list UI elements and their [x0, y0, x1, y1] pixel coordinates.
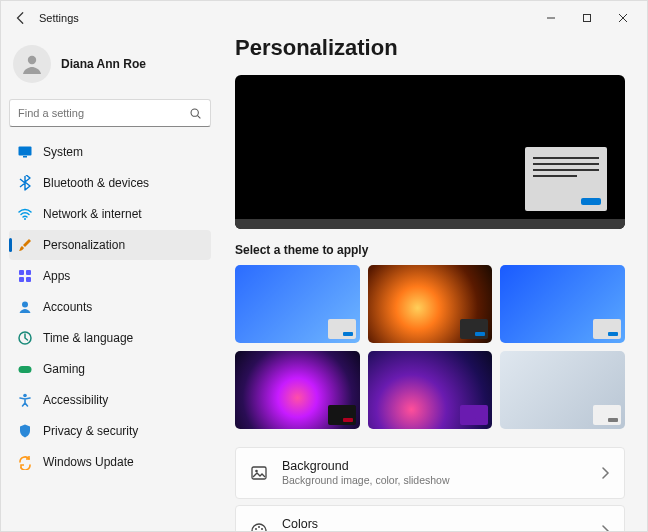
chevron-right-icon [600, 525, 610, 531]
user-icon [17, 299, 33, 315]
svg-point-12 [22, 302, 28, 308]
back-button[interactable] [7, 4, 35, 32]
wifi-icon [17, 206, 33, 222]
svg-point-17 [255, 470, 258, 473]
svg-rect-1 [584, 15, 591, 22]
search-box[interactable] [9, 99, 211, 127]
svg-rect-10 [19, 277, 24, 282]
nav-item-personalization[interactable]: Personalization [9, 230, 211, 260]
svg-rect-9 [26, 270, 31, 275]
nav-item-label: Accessibility [43, 393, 108, 407]
nav-item-label: Personalization [43, 238, 125, 252]
gaming-icon [17, 361, 33, 377]
svg-point-7 [24, 218, 26, 220]
close-button[interactable] [605, 4, 641, 32]
nav-item-apps[interactable]: Apps [9, 261, 211, 291]
theme-tile-3[interactable] [500, 265, 625, 343]
apps-icon [17, 268, 33, 284]
chevron-right-icon [600, 467, 610, 479]
theme-grid [235, 265, 625, 429]
themes-section-label: Select a theme to apply [235, 243, 625, 257]
settings-cards: BackgroundBackground image, color, slide… [235, 447, 625, 531]
bluetooth-icon [17, 175, 33, 191]
brush-icon [17, 237, 33, 253]
avatar [13, 45, 51, 83]
nav-item-label: Apps [43, 269, 70, 283]
nav-item-accessibility[interactable]: Accessibility [9, 385, 211, 415]
theme-tile-6[interactable] [500, 351, 625, 429]
svg-point-15 [23, 394, 27, 398]
nav-item-label: Network & internet [43, 207, 142, 221]
nav-item-windows-update[interactable]: Windows Update [9, 447, 211, 477]
svg-point-3 [191, 109, 198, 116]
search-input[interactable] [18, 107, 189, 119]
search-icon [189, 107, 202, 120]
window-title: Settings [39, 12, 79, 24]
nav-item-privacy-security[interactable]: Privacy & security [9, 416, 211, 446]
card-background[interactable]: BackgroundBackground image, color, slide… [235, 447, 625, 499]
card-title: Background [282, 459, 586, 473]
nav-item-label: Bluetooth & devices [43, 176, 149, 190]
image-icon [250, 464, 268, 482]
svg-point-18 [255, 528, 257, 530]
nav-item-bluetooth-devices[interactable]: Bluetooth & devices [9, 168, 211, 198]
accessibility-icon [17, 392, 33, 408]
theme-tile-1[interactable] [235, 265, 360, 343]
update-icon [17, 454, 33, 470]
nav-item-label: Windows Update [43, 455, 134, 469]
svg-rect-8 [19, 270, 24, 275]
theme-tile-5[interactable] [368, 351, 493, 429]
main-content: Personalization Select a theme to apply … [219, 35, 647, 531]
nav-item-system[interactable]: System [9, 137, 211, 167]
profile[interactable]: Diana Ann Roe [9, 39, 211, 93]
nav-item-label: Privacy & security [43, 424, 138, 438]
svg-point-2 [28, 56, 36, 64]
card-colors[interactable]: ColorsAccent color, transparency effects… [235, 505, 625, 531]
theme-tile-4[interactable] [235, 351, 360, 429]
nav: SystemBluetooth & devicesNetwork & inter… [9, 137, 211, 477]
svg-rect-14 [19, 366, 32, 373]
nav-item-label: Gaming [43, 362, 85, 376]
svg-rect-16 [252, 467, 266, 479]
nav-item-label: Time & language [43, 331, 133, 345]
nav-item-gaming[interactable]: Gaming [9, 354, 211, 384]
svg-point-19 [258, 526, 260, 528]
svg-line-4 [198, 115, 201, 118]
svg-rect-5 [19, 147, 32, 156]
svg-point-20 [261, 528, 263, 530]
theme-tile-2[interactable] [368, 265, 493, 343]
nav-item-network-internet[interactable]: Network & internet [9, 199, 211, 229]
minimize-button[interactable] [533, 4, 569, 32]
nav-item-label: Accounts [43, 300, 92, 314]
maximize-button[interactable] [569, 4, 605, 32]
monitor-icon [17, 144, 33, 160]
page-title: Personalization [235, 35, 625, 61]
svg-rect-6 [23, 156, 27, 158]
profile-name: Diana Ann Roe [61, 57, 146, 71]
card-subtitle: Background image, color, slideshow [282, 474, 586, 486]
nav-item-accounts[interactable]: Accounts [9, 292, 211, 322]
desktop-preview [235, 75, 625, 229]
card-title: Colors [282, 517, 586, 531]
clock-icon [17, 330, 33, 346]
nav-item-time-language[interactable]: Time & language [9, 323, 211, 353]
sidebar: Diana Ann Roe SystemBluetooth & devicesN… [1, 35, 219, 531]
shield-icon [17, 423, 33, 439]
nav-item-label: System [43, 145, 83, 159]
svg-rect-11 [26, 277, 31, 282]
palette-icon [250, 522, 268, 531]
